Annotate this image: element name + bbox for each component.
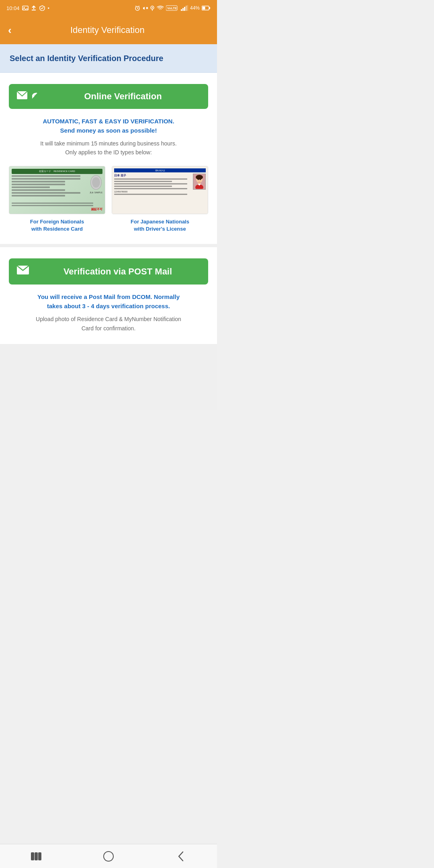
drivers-license-image: 運転免許証 日本 花子 123456789000 [112,166,208,214]
app-bar-title: Identity Verification [18,25,197,35]
status-right: VoLTE 44% [135,5,211,11]
post-mail-card: Verification via POST Mail You will rece… [0,247,217,344]
signal-icon [181,5,188,11]
online-verification-button[interactable]: Online Verification [9,84,208,109]
svg-line-6 [135,6,136,7]
post-btn-label: Verification via POST Mail [35,266,200,277]
person-illustration [194,174,205,189]
svg-point-30 [198,179,199,180]
mute-icon [142,5,148,11]
post-desc-strong: You will receive a Post Mail from DCOM. … [9,293,208,311]
volte-icon: VoLTE [166,5,179,11]
shield-icon [39,5,45,11]
residence-card-label: For Foreign Nationals with Residence Car… [30,218,84,233]
status-time: 10:04 [6,5,20,11]
drivers-license-label: For Japanese Nationals with Driver's Lic… [131,218,189,233]
section-header: Select an Identity Verification Procedur… [0,44,217,73]
svg-line-7 [139,6,139,7]
signal-waves-icon [32,92,41,101]
app-bar: ‹ Identity Verification [0,16,217,44]
residence-card-item: 在留カード RESIDENCE CARD [9,166,105,233]
upload-icon [31,5,37,11]
svg-rect-19 [186,6,187,11]
battery-icon [202,6,211,10]
back-button[interactable]: ‹ [8,25,12,35]
svg-marker-8 [143,7,145,10]
svg-text:VoLTE: VoLTE [167,6,177,10]
status-dot: • [48,5,50,11]
image-icon [22,5,29,11]
alarm-icon [135,5,140,11]
main-content: Select an Identity Verification Procedur… [0,44,217,410]
post-envelope-icon [17,266,31,276]
svg-point-12 [151,7,153,8]
online-desc-normal: It will take minimum 15 minutes during b… [9,139,208,157]
online-verification-card: Online Verification AUTOMATIC, FAST & EA… [0,73,217,247]
svg-point-26 [196,175,203,180]
svg-rect-16 [181,9,182,11]
svg-point-31 [200,179,201,180]
online-btn-label: Online Verification [46,91,200,102]
svg-rect-17 [182,8,184,11]
drivers-license-item: 運転免許証 日本 花子 123456789000 [112,166,208,233]
svg-rect-23 [203,7,205,10]
svg-rect-22 [209,7,211,9]
battery-percent: 44% [190,5,200,11]
envelope-icon [17,91,31,102]
id-cards-row: 在留カード RESIDENCE CARD [9,166,208,233]
svg-rect-20 [187,5,188,11]
online-btn-icon [17,91,41,102]
status-left: 10:04 • [6,5,49,11]
post-mail-button[interactable]: Verification via POST Mail [9,258,208,285]
svg-rect-18 [184,7,185,11]
status-bar: 10:04 • [0,0,217,16]
svg-line-5 [137,8,138,9]
svg-point-32 [199,180,200,181]
section-title: Select an Identity Verification Procedur… [10,53,207,63]
location-icon [150,5,155,11]
svg-rect-27 [198,182,201,184]
wifi-icon [157,5,164,11]
residence-card-image: 在留カード RESIDENCE CARD [9,166,105,214]
online-desc-strong: AUTOMATIC, FAST & EASY ID VERIFICATION. … [9,117,208,135]
post-desc-normal: Upload photo of Residence Card & MyNumbe… [9,315,208,333]
post-btn-icon [17,266,31,277]
